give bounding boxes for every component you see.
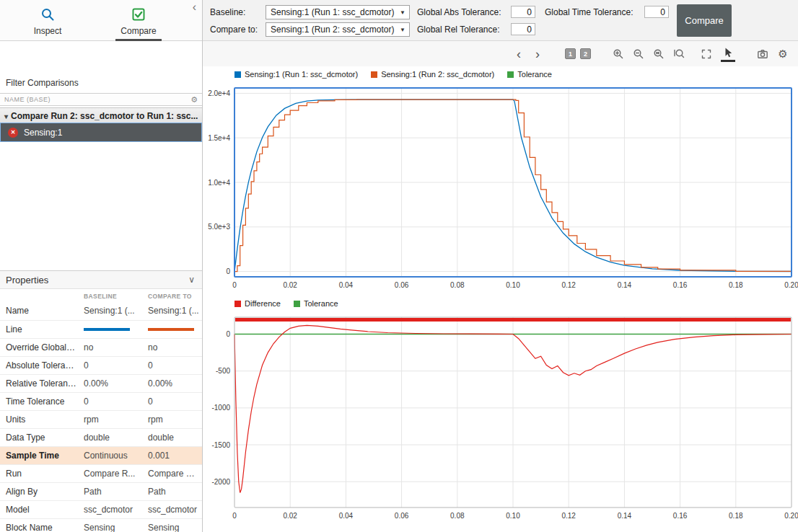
previous-view-button[interactable]: ‹: [512, 46, 526, 62]
property-value-baseline[interactable]: ssc_dcmotor: [79, 500, 144, 518]
property-row-data-type: Data Typedoubledouble: [0, 428, 202, 446]
baseline-compare-chart: Sensing:1 (Run 1: ssc_dcmotor)Sensing:1 …: [203, 66, 798, 296]
global-abs-tolerance-input[interactable]: [511, 6, 535, 18]
property-value-compare[interactable]: 0: [144, 392, 202, 410]
empty-column-header: [0, 289, 79, 302]
property-value-baseline[interactable]: Sensing:1 (...: [79, 302, 144, 320]
zoom-out-icon[interactable]: [631, 46, 646, 62]
property-value-baseline[interactable]: 0.00%: [79, 374, 144, 392]
legend-label: Tolerance: [517, 70, 552, 79]
svg-text:0.20: 0.20: [784, 512, 798, 520]
legend-label: Sensing:1 (Run 1: ssc_dcmotor): [245, 70, 358, 79]
collapse-panel-icon[interactable]: ‹: [193, 1, 196, 13]
property-value-baseline[interactable]: no: [79, 338, 144, 356]
svg-text:0.02: 0.02: [283, 281, 297, 289]
fit-to-data-icon[interactable]: [672, 46, 686, 62]
subplot-layout-1-button[interactable]: 1: [565, 48, 576, 59]
comparison-group-header[interactable]: ▾Compare Run 2: ssc_dcmotor to Run 1: ss…: [0, 107, 202, 123]
svg-text:0.18: 0.18: [729, 281, 743, 289]
property-value-compare[interactable]: 0.00%: [144, 374, 202, 392]
svg-text:0.08: 0.08: [450, 281, 465, 289]
subplot-layout-2-button[interactable]: 2: [580, 48, 591, 59]
property-value-baseline[interactable]: Continuous: [79, 446, 144, 464]
property-row-absolute-tolerance: Absolute Tolerance00: [0, 356, 202, 374]
zoom-in-time-icon[interactable]: [652, 46, 666, 62]
svg-text:0.16: 0.16: [673, 512, 688, 520]
compare-button[interactable]: Compare: [677, 4, 732, 37]
property-row-name: NameSensing:1 (...Sensing:1 (...: [0, 302, 202, 320]
global-time-tolerance-input[interactable]: [644, 6, 669, 18]
property-label: Units: [0, 410, 79, 428]
name-base-filter-input[interactable]: [0, 96, 186, 103]
svg-text:0.20: 0.20: [784, 281, 798, 289]
legend-item: Tolerance: [507, 70, 552, 79]
tab-compare[interactable]: Compare: [104, 3, 173, 40]
property-label: Line: [0, 320, 79, 338]
property-value-compare[interactable]: no: [144, 338, 202, 356]
property-value-compare[interactable]: rpm: [144, 410, 202, 428]
svg-text:0.04: 0.04: [339, 512, 354, 520]
property-value-baseline[interactable]: 0: [79, 392, 144, 410]
compare-to-column-header: COMPARE TO: [144, 289, 202, 302]
property-value-baseline[interactable]: [79, 320, 144, 338]
next-view-button[interactable]: ›: [530, 46, 545, 62]
property-value-compare[interactable]: 0.001: [144, 446, 202, 464]
properties-panel: Properties ∨ BASELINE COMPARE TO NameSen…: [0, 270, 202, 532]
property-value-compare[interactable]: double: [144, 428, 202, 446]
property-label: Relative Tolerance: [0, 374, 79, 392]
svg-text:-2000: -2000: [211, 478, 230, 486]
svg-text:-1500: -1500: [211, 441, 230, 449]
svg-text:2.0e+4: 2.0e+4: [208, 89, 230, 97]
fit-to-view-icon[interactable]: [699, 46, 714, 62]
property-label: Override Global T...: [0, 338, 79, 356]
baseline-compare-plot[interactable]: 05.0e+31.0e+41.5e+42.0e+400.020.040.060.…: [203, 82, 798, 296]
property-value-compare[interactable]: ssc_dcmotor: [144, 500, 202, 518]
signal-row-label: Sensing:1: [24, 128, 62, 138]
property-value-baseline[interactable]: Sensing: [79, 518, 144, 532]
property-value-compare[interactable]: [144, 320, 202, 338]
svg-text:0.06: 0.06: [395, 281, 409, 289]
baseline-signal-dropdown[interactable]: Sensing:1 (Run 1: ssc_dcmotor) ▼: [266, 5, 410, 19]
svg-text:0.12: 0.12: [561, 281, 576, 289]
svg-text:0: 0: [226, 330, 230, 338]
property-value-compare[interactable]: Sensing: [144, 518, 202, 532]
property-label: Data Type: [0, 428, 79, 446]
compare-check-icon: [131, 7, 146, 24]
property-value-baseline[interactable]: Compare R...: [79, 464, 144, 482]
zoom-in-icon[interactable]: [611, 46, 626, 62]
dropdown-arrow-icon: ▼: [400, 9, 405, 16]
difference-plot[interactable]: 0-500-1000-1500-200000.020.040.060.080.1…: [203, 311, 798, 529]
compare-to-signal-dropdown[interactable]: Sensing:1 (Run 2: ssc_dcmotor) ▼: [266, 22, 410, 37]
global-rel-tolerance-input[interactable]: [511, 23, 535, 35]
compare-line-color-swatch: [148, 328, 194, 331]
signal-row-sensing1[interactable]: ✕ Sensing:1: [1, 123, 201, 141]
dropdown-arrow-icon: ▼: [400, 27, 405, 33]
property-value-compare[interactable]: Sensing:1 (...: [144, 302, 202, 320]
compare-toolbar: Baseline: Sensing:1 (Run 1: ssc_dcmotor)…: [203, 0, 798, 41]
property-row-units: Unitsrpmrpm: [0, 410, 202, 428]
left-panel: Inspect Compare ‹ Filter Comparisons ⚙ ▾…: [0, 0, 203, 532]
properties-header[interactable]: Properties ∨: [0, 270, 202, 289]
svg-text:0.16: 0.16: [673, 281, 688, 289]
property-value-baseline[interactable]: 0: [79, 356, 144, 374]
filter-gear-icon[interactable]: ⚙: [186, 95, 202, 105]
property-row-model: Modelssc_dcmotorssc_dcmotor: [0, 500, 202, 518]
legend-color-swatch: [371, 71, 377, 78]
property-row-block-name: Block NameSensingSensing: [0, 518, 202, 532]
svg-text:0: 0: [232, 512, 237, 520]
cursor-tool-icon[interactable]: [721, 46, 735, 62]
property-value-baseline[interactable]: double: [79, 428, 144, 446]
snapshot-camera-icon[interactable]: [755, 46, 770, 62]
property-value-compare[interactable]: Path: [144, 482, 202, 500]
property-value-compare[interactable]: Compare R...: [144, 464, 202, 482]
settings-gear-icon[interactable]: ⚙: [776, 46, 790, 62]
tab-inspect[interactable]: Inspect: [13, 3, 82, 40]
property-value-compare[interactable]: 0: [144, 356, 202, 374]
svg-text:1.0e+4: 1.0e+4: [208, 179, 230, 187]
properties-collapse-icon: ∨: [188, 271, 195, 288]
svg-text:-500: -500: [216, 367, 230, 375]
property-value-baseline[interactable]: rpm: [79, 410, 144, 428]
legend-color-swatch: [234, 301, 241, 307]
property-value-baseline[interactable]: Path: [79, 482, 144, 500]
property-label: Block Name: [0, 518, 79, 532]
